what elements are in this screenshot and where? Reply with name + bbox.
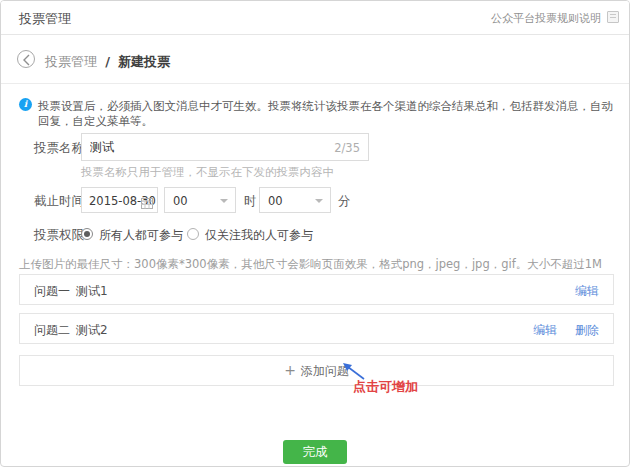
minute-select[interactable]: 00	[259, 187, 331, 213]
hour-unit-label: 时	[244, 193, 257, 210]
question-title: 测试1	[76, 283, 108, 300]
question-row-1: 问题一 测试1 编辑	[19, 274, 614, 305]
annotation-text: 点击可增加	[353, 378, 418, 396]
platform-rules-link[interactable]: 公众平台投票规则说明	[491, 11, 601, 26]
page-title: 投票管理	[19, 10, 71, 28]
vote-name-field: 2/35	[81, 133, 369, 161]
vote-name-input[interactable]	[82, 134, 320, 160]
top-bar: 投票管理 公众平台投票规则说明	[1, 1, 629, 35]
radio-followers-only-label[interactable]: 仅关注我的人可参与	[205, 227, 313, 244]
notice-text: 投票设置后，必须插入图文消息中才可生效。投票将统计该投票在各个渠道的综合结果总和…	[38, 99, 620, 129]
minute-unit-label: 分	[338, 193, 351, 210]
breadcrumb-parent[interactable]: 投票管理	[45, 54, 97, 69]
vote-manage-page: 投票管理 公众平台投票规则说明 投票管理 / 新建投票 i 投票设置后，必须插入…	[0, 0, 630, 467]
radio-everyone[interactable]	[81, 228, 93, 240]
breadcrumb-current: 新建投票	[118, 54, 170, 69]
delete-question-link[interactable]: 删除	[575, 323, 599, 337]
chevron-down-icon	[315, 199, 323, 203]
edit-question-link[interactable]: 编辑	[575, 284, 599, 298]
breadcrumb: 投票管理 / 新建投票	[45, 53, 170, 71]
vote-name-label: 投票名称	[34, 140, 84, 157]
upload-size-tip: 上传图片的最佳尺寸：300像素*300像素，其他尺寸会影响页面效果，格式png，…	[19, 257, 602, 272]
edit-question-link[interactable]: 编辑	[533, 323, 557, 337]
header-divider	[1, 83, 629, 84]
minute-value: 00	[268, 194, 283, 208]
back-button[interactable]	[17, 50, 35, 68]
submit-button[interactable]: 完成	[283, 440, 347, 464]
hour-select[interactable]: 00	[164, 187, 236, 213]
deadline-label: 截止时间	[34, 193, 84, 210]
info-icon: i	[19, 98, 32, 111]
char-counter: 2/35	[334, 141, 360, 155]
document-icon[interactable]	[607, 11, 619, 23]
breadcrumb-separator: /	[105, 54, 110, 69]
hour-value: 00	[173, 194, 188, 208]
permission-label: 投票权限	[34, 227, 84, 244]
question-actions: 编辑 删除	[519, 322, 599, 339]
question-row-2: 问题二 测试2 编辑 删除	[19, 313, 614, 344]
chevron-down-icon	[220, 199, 228, 203]
question-title: 测试2	[76, 322, 108, 339]
calendar-icon	[141, 194, 153, 213]
question-actions: 编辑	[561, 283, 599, 300]
question-index: 问题二	[34, 322, 70, 339]
radio-everyone-label[interactable]: 所有人都可参与	[99, 227, 183, 244]
question-index: 问题一	[34, 283, 70, 300]
date-picker[interactable]: 2015-08-30	[81, 187, 158, 213]
chevron-left-icon	[18, 54, 34, 66]
radio-followers-only[interactable]	[187, 228, 199, 240]
vote-name-hint: 投票名称只用于管理，不显示在下发的投票内容中	[81, 165, 334, 180]
plus-icon: +	[284, 362, 296, 378]
add-question-button[interactable]: +添加问题	[19, 355, 614, 386]
